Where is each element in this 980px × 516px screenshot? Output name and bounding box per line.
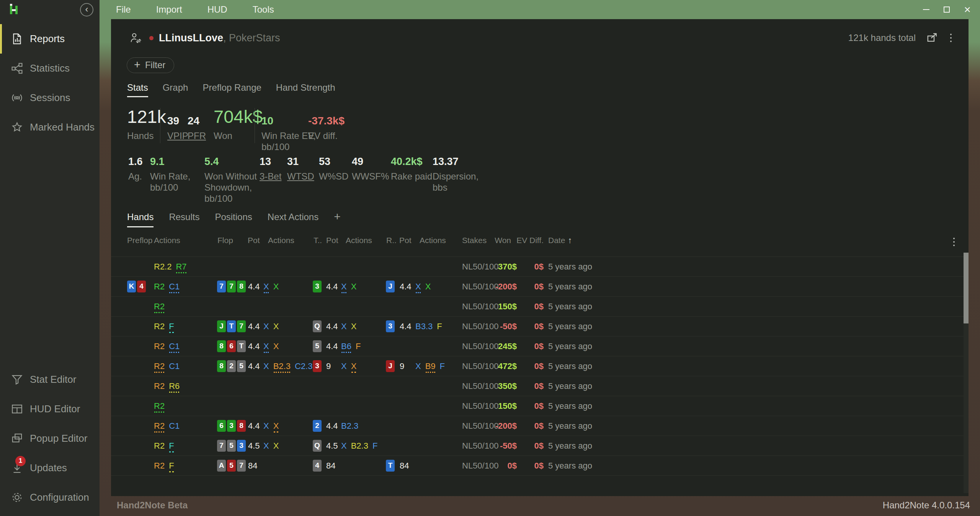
maximize-button[interactable] (936, 0, 957, 19)
column-header-r-8[interactable]: R.. (386, 233, 397, 248)
close-button[interactable]: × (957, 0, 978, 19)
table-row[interactable]: R2C186T4.4XX54.4B6FNL50/100245$0$5 years… (111, 336, 969, 356)
player-switch-icon (129, 32, 142, 44)
stat-ev-diff: -37.3k$EV diff. (308, 104, 345, 141)
stat-label[interactable]: WTSD (287, 171, 314, 182)
street-actions: XX (263, 336, 279, 356)
sidebar-item-configuration[interactable]: Configuration (0, 483, 100, 512)
action: R7 (176, 257, 186, 277)
board-cards: 825 (217, 360, 246, 372)
add-filter-button[interactable]: + Filter (127, 57, 174, 73)
column-header-pot-9[interactable]: Pot (399, 233, 412, 248)
view-tab-hand-strength[interactable]: Hand Strength (276, 82, 335, 93)
table-row[interactable]: R2.2R7NL50/100370$0$5 years ago (111, 257, 969, 277)
menu-import[interactable]: Import (156, 4, 182, 15)
table-row[interactable]: R2NL50/100150$0$5 years ago (111, 396, 969, 416)
column-header-actions-7[interactable]: Actions (346, 233, 372, 248)
report-tab-positions[interactable]: Positions (215, 212, 252, 223)
column-header-pot-3[interactable]: Pot (248, 233, 260, 248)
column-header-preflop-0[interactable]: Preflop (127, 233, 153, 248)
column-header-actions-1[interactable]: Actions (154, 233, 180, 248)
sidebar-item-popup-editor[interactable]: Popup Editor (0, 424, 100, 453)
hands-total: 121k hands total (848, 33, 916, 43)
plus-icon: + (134, 59, 140, 71)
menu-tools[interactable]: Tools (253, 4, 274, 15)
report-add-tab[interactable]: + (334, 210, 341, 223)
stat-label: EV diff. (308, 130, 345, 141)
column-header-actions-4[interactable]: Actions (268, 233, 294, 248)
street-actions: R2R6 (154, 376, 180, 396)
stat-value: 24 (188, 104, 206, 127)
column-header-ev-diff-13[interactable]: EV Diff. (512, 233, 544, 248)
table-options-icon[interactable] (952, 235, 956, 248)
open-in-window-icon[interactable] (926, 32, 938, 44)
statistics-icon (10, 62, 23, 75)
app-logo (10, 5, 24, 15)
date-cell: 5 years ago (548, 317, 592, 336)
card-s: 7 (217, 440, 226, 452)
sidebar-item-sessions[interactable]: Sessions (0, 83, 100, 113)
sidebar-item-statistics[interactable]: Statistics (0, 54, 100, 83)
street-actions: XB2.3F (341, 436, 377, 456)
stat-label[interactable]: 3-Bet (260, 171, 281, 182)
view-tab-graph[interactable]: Graph (163, 82, 188, 93)
date-cell: 5 years ago (548, 416, 592, 436)
street-actions: XX (263, 436, 279, 456)
pot-value: 4.4 (248, 336, 260, 356)
action: X (273, 336, 279, 356)
action: X (351, 317, 357, 336)
sidebar-collapse-button[interactable]: ‹ (80, 3, 93, 16)
table-row[interactable]: R2C16384.4XX24.4B2.3NL50/100-200$0$5 yea… (111, 416, 969, 436)
column-header-won-12[interactable]: Won (473, 233, 511, 248)
column-header-t-5[interactable]: T.. (314, 233, 322, 248)
table-row[interactable]: R2FJT74.4XXQ4.4XX34.4B3.3FNL50/100-50$0$… (111, 317, 969, 336)
card-s: 5 (237, 360, 246, 372)
view-tab-stats[interactable]: Stats (127, 82, 148, 93)
sidebar-item-updates[interactable]: 1Updates (0, 453, 100, 483)
sidebar-item-hud-editor[interactable]: HUD Editor (0, 394, 100, 424)
stat-label: Win Rate EV, bb/100 (261, 130, 316, 152)
stat-label[interactable]: VPIP (167, 130, 188, 141)
action: X (273, 317, 279, 336)
stat-divider (160, 108, 160, 143)
report-tab-next-actions[interactable]: Next Actions (268, 212, 318, 223)
card-c: 3 (227, 420, 236, 432)
minimize-button[interactable] (916, 0, 936, 19)
card-d: K (127, 281, 136, 292)
sidebar-item-marked-hands[interactable]: Marked Hands (0, 113, 100, 142)
menu-hud[interactable]: HUD (207, 4, 227, 15)
sidebar-item-reports[interactable]: Reports (0, 24, 100, 54)
table-row[interactable]: K4R2C17784.4XX34.4XXJ4.4XXNL50/100-200$0… (111, 277, 969, 297)
panel-menu-icon[interactable] (949, 31, 953, 45)
main-panel: LLinusLLove , PokerStars 121k hands tota… (111, 19, 969, 496)
board-cards: 86T (217, 340, 246, 352)
card-h: J (386, 360, 395, 372)
action: R2.2 (154, 257, 172, 277)
street-actions: B6F (341, 336, 361, 356)
board-cards: J (386, 360, 395, 372)
action: F (169, 436, 174, 456)
table-row[interactable]: R2R6NL50/100350$0$5 years ago (111, 376, 969, 396)
column-header-flop-2[interactable]: Flop (217, 233, 233, 248)
ev-diff-cell: 0$ (516, 317, 544, 336)
column-header-pot-6[interactable]: Pot (326, 233, 338, 248)
won-cell: -50$ (477, 317, 517, 336)
report-tab-hands[interactable]: Hands (127, 212, 154, 223)
table-row[interactable]: R2F7534.5XXQ4.5XB2.3FNL50/100-50$0$5 yea… (111, 436, 969, 456)
scrollbar-thumb[interactable] (964, 253, 969, 323)
street-actions: R2F (154, 456, 174, 476)
action: F (169, 456, 174, 476)
table-row[interactable]: R2C18254.4XB2.3C2.339XXJ9XB9FNL50/100472… (111, 356, 969, 376)
menu-file[interactable]: File (116, 4, 131, 15)
sidebar-item-stat-editor[interactable]: Stat Editor (0, 365, 100, 394)
table-row[interactable]: R2NL50/100150$0$5 years ago (111, 297, 969, 317)
column-header-date-14[interactable]: Date↑ (548, 233, 572, 248)
table-row[interactable]: R2FA5784484T84NL50/1000$0$5 years ago (111, 456, 969, 476)
view-tab-preflop-range[interactable]: Preflop Range (203, 82, 261, 93)
won-cell: 150$ (477, 297, 517, 317)
player-selector[interactable]: LLinusLLove , PokerStars (129, 29, 280, 47)
menubar: FileImportHUDTools (116, 0, 274, 19)
stat-label[interactable]: PFR (188, 130, 206, 141)
column-header-actions-10[interactable]: Actions (420, 233, 446, 248)
report-tab-results[interactable]: Results (169, 212, 199, 223)
